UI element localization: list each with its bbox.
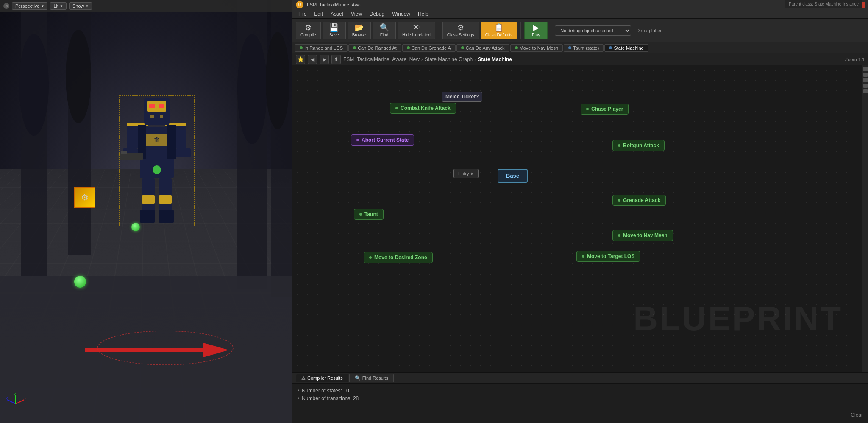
- menu-file[interactable]: File: [295, 10, 310, 18]
- move-nav-label: Move to Nav Mesh: [623, 233, 668, 238]
- base-node[interactable]: Base: [498, 169, 528, 183]
- boltgun-label: Boltgun Attack: [623, 143, 659, 148]
- menu-view[interactable]: View: [348, 10, 365, 18]
- grenade-attack-node[interactable]: Grenade Attack: [612, 195, 666, 206]
- class-settings-label: Class Settings: [447, 33, 474, 37]
- tab-label-4: Can Do Any Attack: [466, 45, 505, 50]
- class-defaults-button[interactable]: 📋 Class Defaults: [481, 22, 517, 39]
- move-target-label: Move to Target LOS: [587, 253, 634, 259]
- tab-state-machine[interactable]: State Machine: [604, 44, 648, 52]
- clear-button[interactable]: Clear: [851, 412, 863, 418]
- axis-widget: X Y Z: [5, 393, 26, 415]
- parent-class-bar: Parent class: State Machine Instance: [785, 0, 862, 8]
- tab-taunt-state[interactable]: Taunt (state): [564, 44, 604, 52]
- play-button[interactable]: ▶ Play: [524, 22, 548, 39]
- toolbar-sep-2: [520, 22, 521, 39]
- blueprint-panel: U FSM_TacticalMarine_Awa... ─ □ ✕ Parent…: [292, 0, 868, 423]
- viewport-panel: ⚜ ⚙ ⚙ Perspective ▼ Lit: [0, 0, 292, 423]
- side-icon-1[interactable]: [863, 67, 868, 71]
- tab-label-6: Taunt (state): [573, 45, 599, 50]
- blueprint-watermark: BLUEPRINT: [633, 299, 843, 338]
- tab-move-nav-mesh[interactable]: Move to Nav Mesh: [510, 44, 563, 52]
- bottom-tabs: ⚠ Compiler Results 🔍 Find Results: [292, 373, 868, 384]
- nav-row: ⭐ ◀ ▶ ⬆ FSM_TacticalMarine_Aware_New › S…: [292, 53, 868, 65]
- compile-button[interactable]: ⚙ Compile: [296, 22, 321, 39]
- menu-help[interactable]: Help: [415, 10, 432, 18]
- compiler-result-transitions: Number of transitions: 28: [298, 395, 863, 402]
- class-settings-button[interactable]: ⚙ Class Settings: [442, 22, 479, 39]
- nav-bookmark-button[interactable]: ⭐: [296, 55, 305, 64]
- perspective-label: Perspective: [15, 3, 39, 8]
- taunt-label: Taunt: [364, 211, 378, 217]
- chase-player-node[interactable]: Chase Player: [581, 104, 629, 115]
- save-button[interactable]: 💾 Save: [323, 22, 346, 39]
- play-label: Play: [532, 33, 540, 37]
- nav-up-button[interactable]: ⬆: [331, 55, 341, 64]
- ue-logo: U: [296, 1, 303, 8]
- side-icon-2[interactable]: [863, 73, 868, 77]
- browse-button[interactable]: 📂 Browse: [348, 22, 371, 39]
- tab-can-do-any-attack[interactable]: Can Do Any Attack: [456, 44, 509, 52]
- compiler-result-states: Number of states: 10: [298, 387, 863, 395]
- combat-knife-attack-node[interactable]: Combat Knife Attack: [390, 103, 456, 114]
- menu-edit[interactable]: Edit: [311, 10, 326, 18]
- toolbar: ⚙ Compile 💾 Save 📂 Browse 🔍 Find 👁 Hide …: [292, 19, 868, 42]
- compile-label: Compile: [300, 33, 316, 37]
- find-results-tab[interactable]: 🔍 Find Results: [349, 374, 394, 382]
- tab-can-do-grenade[interactable]: Can Do Grenade A: [402, 44, 456, 52]
- green-sphere-left: [74, 276, 86, 288]
- tab-label-3: Can Do Grenade A: [412, 45, 451, 50]
- find-icon: 🔍: [380, 24, 389, 31]
- num-states-text: Number of states: 10: [302, 388, 349, 394]
- side-icon-3[interactable]: [863, 78, 868, 82]
- menu-debug[interactable]: Debug: [366, 10, 388, 18]
- tab-dot-state-2: [609, 46, 612, 49]
- nav-back-button[interactable]: ◀: [308, 55, 317, 64]
- side-icon-4[interactable]: [863, 84, 868, 88]
- viewport-settings-icon[interactable]: ⚙: [3, 3, 9, 9]
- abort-current-state-node[interactable]: Abort Current State: [351, 134, 414, 146]
- base-label: Base: [506, 173, 519, 179]
- perspective-button[interactable]: Perspective ▼: [12, 2, 47, 10]
- abort-label: Abort Current State: [362, 137, 409, 143]
- debug-object-select[interactable]: No debug object selected: [555, 25, 631, 36]
- hide-unrelated-button[interactable]: 👁 Hide Unrelated: [398, 22, 435, 39]
- viewport-toolbar: ⚙ Perspective ▼ Lit ▼ Show ▼: [0, 0, 292, 12]
- save-label: Save: [329, 33, 339, 37]
- taunt-node[interactable]: Taunt: [354, 209, 384, 220]
- nav-forward-button[interactable]: ▶: [320, 55, 329, 64]
- boltgun-attack-node[interactable]: Boltgun Attack: [612, 140, 665, 151]
- move-desired-label: Move to Desired Zone: [374, 255, 427, 261]
- tab-dot-func-1: [300, 46, 303, 49]
- bottom-panel: ⚠ Compiler Results 🔍 Find Results Number…: [292, 372, 868, 423]
- svg-line-45: [7, 400, 16, 404]
- lit-button[interactable]: Lit ▼: [50, 2, 67, 10]
- play-icon: ▶: [533, 24, 539, 31]
- entry-node[interactable]: Entry: [453, 169, 479, 178]
- tabs-row: In Range and LOS Can Do Ranged At Can Do…: [292, 42, 868, 53]
- tab-can-do-ranged[interactable]: Can Do Ranged At: [348, 44, 401, 52]
- show-dropdown-icon: ▼: [85, 4, 89, 8]
- graph-canvas[interactable]: ⊕ ⊕ ⊕ ⊕ ⊕ ⊕ ⊕ ⊕ ⊕ ⊕ ⊕ Entry: [292, 65, 868, 372]
- parent-class-text: Parent class: State Machine Instance: [789, 2, 859, 6]
- lit-dropdown-icon: ▼: [60, 4, 63, 8]
- move-to-nav-mesh-node[interactable]: Move to Nav Mesh: [612, 230, 673, 241]
- melee-ticket-comment[interactable]: Melee Ticket?: [442, 92, 482, 102]
- move-to-desired-zone-node[interactable]: Move to Desired Zone: [364, 252, 433, 263]
- compiler-results-tab[interactable]: ⚠ Compiler Results: [296, 374, 348, 382]
- breadcrumb-path2: State Machine Graph: [425, 56, 473, 62]
- tab-in-range-los[interactable]: In Range and LOS: [295, 44, 348, 52]
- right-side-panel: [862, 65, 868, 372]
- bottom-content: Number of states: 10 Number of transitio…: [292, 384, 868, 423]
- svg-line-43: [16, 400, 24, 404]
- find-label: Find: [380, 33, 388, 37]
- menu-asset[interactable]: Asset: [327, 10, 347, 18]
- menu-window[interactable]: Window: [389, 10, 414, 18]
- move-to-target-los-node[interactable]: Move to Target LOS: [576, 251, 640, 262]
- side-icon-5[interactable]: [863, 89, 868, 93]
- breadcrumb-sep2: ›: [474, 56, 476, 62]
- tab-label-5: Move to Nav Mesh: [520, 45, 559, 50]
- tab-dot-func-2: [353, 46, 356, 49]
- show-button[interactable]: Show ▼: [69, 2, 92, 10]
- find-button[interactable]: 🔍 Find: [373, 22, 396, 39]
